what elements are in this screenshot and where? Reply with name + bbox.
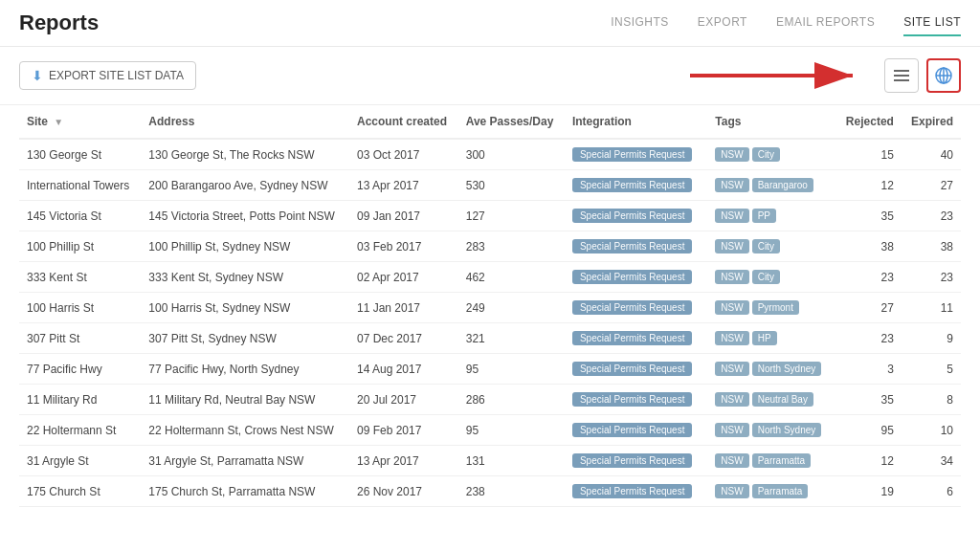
cell-passes: 530 [458, 170, 565, 201]
col-account-created: Account created [349, 105, 458, 139]
cell-tags: NSWNorth Sydney [707, 354, 835, 385]
svg-rect-2 [894, 70, 909, 72]
cell-integration: Special Permits Request [565, 323, 707, 354]
cell-expired: 23 [902, 201, 961, 231]
cell-address: 307 Pitt St, Sydney NSW [141, 323, 349, 354]
svg-rect-4 [894, 79, 909, 81]
col-address: Address [141, 105, 349, 139]
cell-rejected: 35 [836, 385, 902, 415]
toolbar: ⬇ EXPORT SITE LIST DATA [0, 47, 980, 105]
cell-address: 100 Phillip St, Sydney NSW [141, 231, 349, 262]
tag-badge: NSW [715, 423, 748, 437]
download-icon: ⬇ [32, 68, 43, 83]
tag-badge: NSW [715, 362, 748, 376]
cell-address: 145 Victoria Street, Potts Point NSW [141, 201, 349, 231]
export-site-list-button[interactable]: ⬇ EXPORT SITE LIST DATA [19, 61, 196, 90]
tab-site-list[interactable]: SITE LIST [903, 10, 961, 36]
col-integration: Integration [565, 105, 707, 139]
cell-expired: 27 [902, 170, 961, 201]
tag-badge: North Sydney [752, 362, 822, 376]
list-view-button[interactable] [884, 58, 919, 93]
cell-passes: 95 [458, 354, 565, 385]
cell-site: International Towers [19, 170, 141, 201]
cell-tags: NSWCity [707, 231, 835, 262]
cell-tags: NSWPP [707, 201, 835, 231]
cell-account-created: 13 Apr 2017 [349, 170, 458, 201]
col-expired: Expired [902, 105, 961, 139]
cell-site: 145 Victoria St [19, 201, 141, 231]
cell-address: 31 Argyle St, Parramatta NSW [141, 446, 349, 476]
col-rejected: Rejected [836, 105, 902, 139]
cell-account-created: 02 Apr 2017 [349, 262, 458, 293]
tab-export[interactable]: EXPORT [698, 10, 747, 36]
tab-email-reports[interactable]: EMAIL REPORTS [776, 10, 875, 36]
table-row: International Towers 200 Barangaroo Ave,… [19, 170, 961, 201]
cell-expired: 5 [902, 354, 961, 385]
cell-integration: Special Permits Request [565, 415, 707, 446]
cell-passes: 249 [458, 293, 565, 323]
col-site[interactable]: Site ▼ [19, 105, 141, 139]
cell-rejected: 12 [836, 170, 902, 201]
integration-badge: Special Permits Request [572, 331, 693, 345]
integration-badge: Special Permits Request [572, 178, 693, 192]
tag-badge: NSW [715, 147, 748, 162]
cell-expired: 23 [902, 262, 961, 293]
cell-address: 130 George St, The Rocks NSW [141, 139, 349, 170]
cell-expired: 8 [902, 385, 961, 415]
table-row: 100 Harris St 100 Harris St, Sydney NSW … [19, 293, 961, 323]
cell-site: 11 Military Rd [19, 385, 141, 415]
cell-tags: NSWCity [707, 262, 835, 293]
table-row: 307 Pitt St 307 Pitt St, Sydney NSW 07 D… [19, 323, 961, 354]
cell-passes: 300 [458, 139, 565, 170]
cell-tags: NSWNorth Sydney [707, 415, 835, 446]
tag-badge: Parramata [752, 484, 809, 498]
list-icon [892, 66, 911, 85]
tag-badge: Pyrmont [752, 300, 799, 315]
cell-integration: Special Permits Request [565, 262, 707, 293]
cell-rejected: 35 [836, 201, 902, 231]
cell-passes: 283 [458, 231, 565, 262]
cell-account-created: 13 Apr 2017 [349, 446, 458, 476]
table-row: 333 Kent St 333 Kent St, Sydney NSW 02 A… [19, 262, 961, 293]
cell-address: 200 Barangaroo Ave, Sydney NSW [141, 170, 349, 201]
tag-badge: PP [752, 209, 776, 223]
tag-badge: NSW [715, 300, 748, 315]
cell-integration: Special Permits Request [565, 170, 707, 201]
cell-site: 175 Church St [19, 476, 141, 507]
cell-address: 333 Kent St, Sydney NSW [141, 262, 349, 293]
cell-account-created: 09 Jan 2017 [349, 201, 458, 231]
table-row: 11 Military Rd 11 Military Rd, Neutral B… [19, 385, 961, 415]
cell-address: 11 Military Rd, Neutral Bay NSW [141, 385, 349, 415]
table-row: 22 Holtermann St 22 Holtermann St, Crows… [19, 415, 961, 446]
table-row: 130 George St 130 George St, The Rocks N… [19, 139, 961, 170]
cell-passes: 131 [458, 446, 565, 476]
cell-integration: Special Permits Request [565, 446, 707, 476]
tag-badge: NSW [715, 484, 748, 498]
globe-view-button[interactable] [926, 58, 961, 93]
integration-badge: Special Permits Request [572, 453, 693, 468]
integration-badge: Special Permits Request [572, 209, 693, 223]
export-btn-label: EXPORT SITE LIST DATA [49, 69, 184, 82]
arrow-area [685, 56, 961, 95]
cell-account-created: 07 Dec 2017 [349, 323, 458, 354]
tag-badge: North Sydney [752, 423, 822, 437]
header: Reports INSIGHTSEXPORTEMAIL REPORTSSITE … [0, 0, 980, 47]
cell-site: 31 Argyle St [19, 446, 141, 476]
cell-passes: 462 [458, 262, 565, 293]
cell-site: 77 Pacific Hwy [19, 354, 141, 385]
table-row: 31 Argyle St 31 Argyle St, Parramatta NS… [19, 446, 961, 476]
table-row: 77 Pacific Hwy 77 Pacific Hwy, North Syd… [19, 354, 961, 385]
tag-badge: NSW [715, 453, 748, 468]
cell-expired: 10 [902, 415, 961, 446]
tag-badge: Barangaroo [752, 178, 813, 192]
cell-address: 175 Church St, Parramatta NSW [141, 476, 349, 507]
cell-account-created: 03 Oct 2017 [349, 139, 458, 170]
tag-badge: NSW [715, 331, 748, 345]
cell-integration: Special Permits Request [565, 139, 707, 170]
red-arrow-indicator [685, 56, 877, 95]
tag-badge: HP [752, 331, 777, 345]
tab-insights[interactable]: INSIGHTS [611, 10, 669, 36]
tag-badge: Parramatta [752, 453, 811, 468]
cell-rejected: 38 [836, 231, 902, 262]
cell-integration: Special Permits Request [565, 201, 707, 231]
